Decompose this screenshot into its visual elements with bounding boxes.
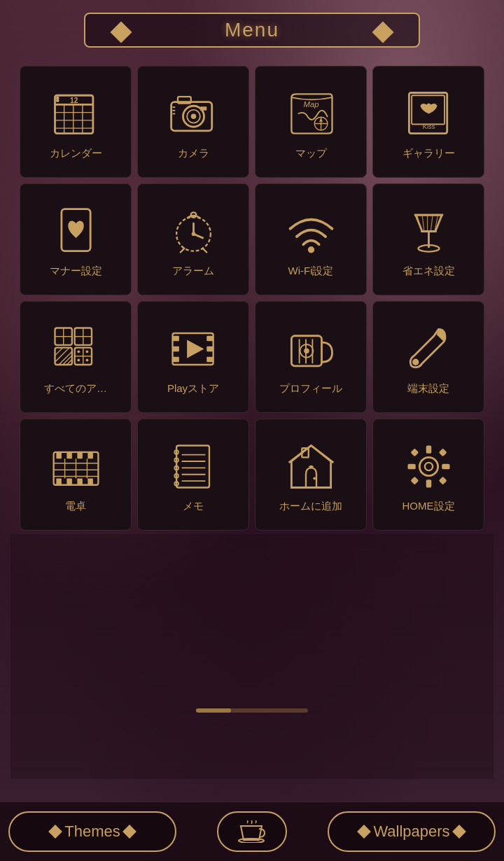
calculator-label: 電卓: [65, 500, 86, 512]
svg-rect-86: [66, 478, 72, 484]
header: Menu: [10, 0, 493, 57]
coffee-button[interactable]: [217, 811, 287, 852]
svg-rect-71: [206, 356, 213, 362]
svg-point-62: [77, 358, 80, 361]
wallpapers-button[interactable]: Wallpapers: [328, 811, 496, 852]
home-add-label: ホームに追加: [279, 500, 342, 512]
main-content: Menu 12: [0, 0, 504, 779]
profile-icon: [283, 321, 339, 377]
svg-rect-119: [410, 476, 419, 484]
svg-rect-69: [206, 335, 213, 341]
calculator-icon: [48, 438, 104, 494]
bottom-area: [10, 534, 493, 779]
svg-point-64: [85, 358, 88, 361]
grid-item-alarm[interactable]: アラーム: [137, 183, 249, 295]
svg-point-112: [424, 462, 432, 470]
grid-item-apps[interactable]: すべてのア…: [20, 301, 132, 413]
svg-line-56: [62, 355, 71, 364]
svg-line-53: [55, 347, 62, 355]
bottom-bar: Themes Wallpapers: [0, 802, 504, 861]
camera-icon: [165, 85, 221, 141]
svg-point-15: [190, 113, 196, 119]
calendar-label: カレンダー: [50, 147, 102, 160]
themes-button[interactable]: Themes: [8, 811, 176, 852]
manner-icon: [48, 203, 104, 259]
wallpapers-diamond-right-icon: [452, 825, 466, 839]
svg-point-61: [77, 350, 80, 353]
wallpapers-label: Wallpapers: [373, 822, 449, 841]
profile-label: プロフィール: [279, 382, 342, 395]
svg-point-3: [55, 99, 59, 102]
lamp-icon: [400, 203, 456, 259]
svg-point-79: [412, 358, 419, 365]
svg-text:12: 12: [69, 96, 78, 104]
svg-rect-117: [410, 448, 419, 456]
header-diamond-right-icon: [372, 21, 393, 43]
grid-item-map[interactable]: Map マップ: [255, 66, 367, 178]
wallpapers-diamond-left-icon: [357, 825, 371, 839]
app-grid: 12 カレンダー: [20, 66, 484, 531]
grid-item-manner[interactable]: マナー設定: [20, 183, 132, 295]
svg-line-34: [180, 248, 184, 252]
apps-icon: [48, 321, 104, 377]
svg-line-35: [202, 248, 206, 252]
svg-text:Kiss: Kiss: [422, 123, 435, 130]
grid-item-profile[interactable]: プロフィール: [255, 301, 367, 413]
svg-rect-87: [77, 478, 83, 484]
svg-rect-67: [172, 346, 178, 351]
svg-rect-120: [438, 476, 447, 484]
themes-diamond-left-icon: [48, 825, 62, 839]
svg-rect-83: [77, 451, 83, 458]
svg-rect-115: [407, 463, 415, 469]
grid-item-playstore[interactable]: Playストア: [137, 301, 249, 413]
svg-rect-68: [172, 356, 178, 362]
svg-rect-16: [200, 106, 206, 111]
grid-item-memo[interactable]: メモ: [137, 419, 249, 531]
svg-point-111: [419, 457, 438, 475]
grid-item-home-add[interactable]: ホームに追加: [255, 419, 367, 531]
themes-diamond-right-icon: [122, 825, 136, 839]
memo-label: メモ: [183, 500, 204, 512]
wifi-label: Wi-Fi設定: [288, 265, 334, 277]
alarm-icon: [165, 203, 221, 259]
grid-item-settings[interactable]: 端末設定: [372, 301, 484, 413]
map-label: マップ: [295, 147, 327, 160]
svg-text:Map: Map: [303, 100, 318, 108]
manner-label: マナー設定: [50, 265, 102, 277]
grid-item-calendar[interactable]: 12 カレンダー: [20, 66, 132, 178]
grid-item-gallery[interactable]: Kiss ギャラリー: [372, 66, 484, 178]
playstore-icon: [165, 321, 221, 377]
grid-item-home-settings[interactable]: HOME設定: [372, 419, 484, 531]
gallery-label: ギャラリー: [402, 147, 455, 160]
gear-icon: [400, 438, 456, 494]
playstore-label: Playストア: [167, 382, 219, 395]
svg-marker-72: [187, 340, 204, 358]
power-label: 省エネ設定: [402, 265, 455, 277]
header-diamond-left-icon: [110, 21, 132, 43]
wifi-icon: [283, 203, 339, 259]
svg-line-39: [416, 215, 421, 231]
apps-label: すべてのア…: [44, 382, 107, 395]
grid-item-camera[interactable]: カメラ: [137, 66, 249, 178]
grid-item-calculator[interactable]: 電卓: [20, 419, 132, 531]
alarm-label: アラーム: [172, 265, 214, 277]
svg-rect-84: [88, 451, 93, 458]
home-settings-label: HOME設定: [402, 500, 455, 512]
svg-point-110: [313, 477, 316, 479]
svg-rect-114: [426, 479, 431, 487]
home-icon: [283, 438, 339, 494]
scroll-indicator: [196, 708, 308, 713]
svg-point-36: [307, 246, 314, 253]
map-icon: Map: [283, 85, 339, 141]
grid-item-power[interactable]: 省エネ設定: [372, 183, 484, 295]
svg-line-40: [422, 215, 424, 231]
svg-rect-70: [206, 346, 213, 351]
svg-rect-81: [56, 451, 62, 458]
camera-label: カメラ: [178, 147, 209, 160]
scroll-thumb: [196, 708, 231, 713]
grid-item-wifi[interactable]: Wi-Fi設定: [255, 183, 367, 295]
coffee-cup-icon: [238, 820, 266, 843]
gallery-icon: Kiss: [400, 85, 456, 141]
svg-rect-85: [56, 478, 62, 484]
memo-icon: [165, 438, 221, 494]
